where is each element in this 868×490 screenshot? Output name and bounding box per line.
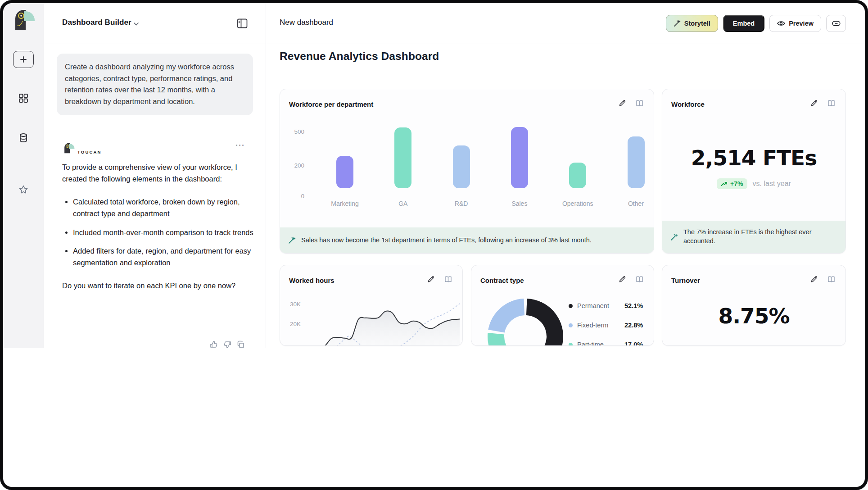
y-tick-30k: 30K (290, 301, 305, 308)
card-title: Workforce per department (289, 100, 373, 108)
card-turnover: Turnover 8.75% (662, 265, 846, 346)
y-tick: 200 (289, 162, 304, 169)
new-dashboard-button[interactable] (13, 51, 34, 68)
message-actions (210, 340, 245, 348)
icon-sidebar (3, 3, 44, 348)
delta-label: vs. last year (753, 180, 791, 188)
card-title: Worked hours (289, 277, 335, 284)
dashboards-icon[interactable] (18, 93, 28, 103)
legend-dot (569, 343, 573, 346)
page-title: Revenue Analytics Dashboard (280, 50, 439, 63)
legend-row-fixed-term: Fixed-term 22.8% (569, 322, 643, 329)
datasources-icon[interactable] (18, 133, 28, 143)
copy-icon[interactable] (237, 340, 245, 348)
x-label: Sales (490, 200, 549, 207)
assistant-intro: To provide a comprehensive view of your … (62, 162, 263, 185)
book-icon[interactable] (827, 100, 836, 107)
chevron-down-icon[interactable] (133, 22, 139, 26)
main-area: New dashboard Storytell Embed Preview (266, 3, 865, 348)
bar-other[interactable] (628, 136, 645, 188)
edit-icon[interactable] (619, 99, 626, 107)
main-header: New dashboard Storytell Embed Preview (266, 3, 865, 44)
brand-wordmark: TOUCAN (77, 150, 102, 154)
message-menu-icon[interactable]: ··· (235, 141, 245, 150)
edit-icon[interactable] (810, 275, 818, 283)
donut-slice-permanent[interactable] (522, 299, 563, 346)
sparkle-wand-icon (670, 233, 678, 241)
thumbs-down-icon[interactable] (223, 340, 231, 348)
screenshot-canvas: Dashboard Builder Create a dashboard ana… (0, 0, 868, 490)
app-title[interactable]: Dashboard Builder (62, 18, 131, 27)
book-icon[interactable] (827, 276, 836, 283)
bar-operations[interactable] (569, 163, 586, 189)
kpi-value: 8.75% (662, 304, 845, 328)
delta-badge: +7% (717, 178, 747, 189)
assistant-question: Do you want to iterate on each KPI one b… (62, 280, 263, 292)
assistant-brand-row: TOUCAN ··· (62, 142, 248, 157)
embed-button[interactable]: Embed (723, 15, 764, 32)
legend-dot (569, 323, 573, 327)
line-chart (303, 290, 463, 346)
donut-chart (478, 290, 572, 346)
y-tick-20k: 20K (290, 321, 305, 327)
insight-text: Sales has now become the 1st department … (301, 236, 592, 245)
card-workforce-per-department: Workforce per department 0200500Marketin… (280, 89, 654, 254)
preview-button[interactable]: Preview (769, 15, 821, 32)
toucan-avatar (62, 142, 76, 155)
edit-icon[interactable] (427, 275, 435, 283)
bullet-item: Added filters for date, region, and depa… (73, 245, 263, 269)
legend-row-permanent: Permanent 52.1% (569, 302, 643, 309)
trend-up-icon (721, 181, 728, 186)
kpi-value: 2,514 FTEs (662, 145, 845, 170)
edit-icon[interactable] (810, 99, 818, 107)
thumbs-up-icon[interactable] (210, 340, 218, 348)
insight-text: The 7% increase in FTEs is the highest e… (683, 228, 832, 245)
sparkle-wand-icon (288, 236, 296, 244)
user-prompt-bubble: Create a dashboard analyzing my workforc… (57, 54, 253, 115)
bar-marketing[interactable] (336, 156, 353, 189)
y-tick: 500 (289, 128, 304, 135)
favorites-icon[interactable] (18, 185, 28, 195)
bar-r&d[interactable] (453, 145, 470, 188)
x-label: GA (374, 200, 432, 207)
x-label: Marketing (316, 200, 374, 207)
collapse-panel-icon[interactable] (237, 18, 248, 28)
storytell-button[interactable]: Storytell (666, 15, 718, 32)
bar-plot: 0200500MarketingGAR&DSalesOperationsOthe… (289, 115, 646, 211)
donut-slice-fixed-term[interactable] (488, 299, 524, 333)
book-icon[interactable] (635, 276, 644, 283)
edit-icon[interactable] (619, 275, 626, 283)
y-tick: 0 (289, 193, 304, 200)
card-title: Turnover (671, 277, 700, 284)
card-contract-type: Contract type Permanent 52.1% Fixed-term… (471, 265, 654, 346)
wand-icon (674, 20, 681, 27)
book-icon[interactable] (635, 100, 644, 107)
insight-banner: Sales has now become the 1st department … (280, 227, 654, 253)
card-workforce: Workforce 2,514 FTEs +7% vs. last year T… (662, 89, 846, 254)
card-title: Contract type (480, 277, 524, 284)
bullet-item: Calculated total workforce, broken down … (73, 196, 263, 220)
x-label: Operations (548, 200, 607, 207)
bar-sales[interactable] (511, 127, 528, 188)
bar-ga[interactable] (394, 127, 411, 188)
assistant-message: To provide a comprehensive view of your … (62, 162, 263, 303)
legend-row-part-time: Part-time 17.0% (569, 341, 643, 346)
insight-banner: The 7% increase in FTEs is the highest e… (662, 221, 845, 253)
x-label: R&D (432, 200, 491, 207)
legend-dot (569, 304, 573, 308)
bullet-item: Included month-over-month comparison to … (73, 227, 263, 239)
card-title: Workforce (671, 100, 705, 108)
book-icon[interactable] (444, 276, 452, 283)
toucan-logo[interactable] (11, 8, 37, 34)
assistant-bullet-list: Calculated total workforce, broken down … (62, 196, 263, 269)
chat-panel-header: Dashboard Builder (44, 3, 266, 44)
chat-panel: Dashboard Builder Create a dashboard ana… (44, 3, 266, 348)
card-worked-hours: Worked hours 30K 20K (280, 265, 463, 346)
share-link-button[interactable] (826, 15, 846, 32)
donut-slice-part-time[interactable] (488, 333, 512, 346)
x-label: Other (607, 200, 655, 207)
app-viewport: Dashboard Builder Create a dashboard ana… (3, 3, 865, 348)
dashboard-name[interactable]: New dashboard (280, 18, 333, 27)
eye-icon (777, 20, 785, 27)
link-icon (832, 21, 841, 26)
